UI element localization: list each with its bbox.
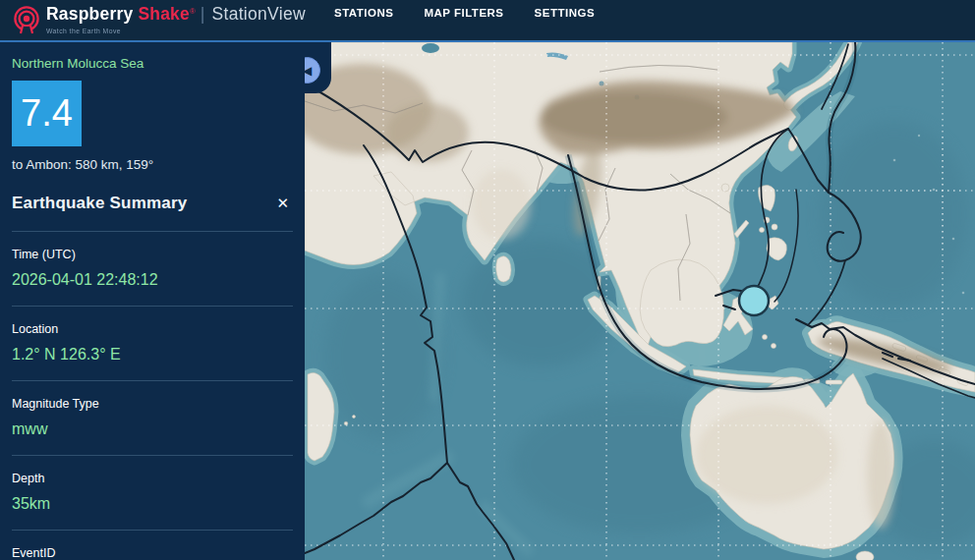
- field-value-magnitude-type: mww: [12, 420, 293, 438]
- product-name: StationView: [212, 5, 306, 24]
- region-name: Northern Molucca Sea: [12, 56, 293, 71]
- brand-word-shake: Shake: [138, 5, 190, 24]
- shake-wave-icon: [13, 5, 40, 38]
- menu-map-filters[interactable]: MAP FILTERS: [424, 7, 503, 19]
- divider: [12, 530, 293, 531]
- field-label-location: Location: [12, 322, 293, 336]
- divider: [12, 306, 293, 307]
- divider: [12, 455, 293, 456]
- divider: [12, 231, 293, 232]
- field-label-time: Time (UTC): [12, 248, 293, 261]
- menu-stations[interactable]: STATIONS: [334, 7, 393, 19]
- magnitude-box: 7.4: [12, 81, 82, 146]
- station-map[interactable]: ◀: [305, 42, 975, 560]
- field-label-magnitude-type: Magnitude Type: [12, 397, 293, 411]
- close-icon[interactable]: ✕: [272, 193, 293, 214]
- field-label-eventid: EventID: [12, 546, 293, 560]
- field-value-location: 1.2° N 126.3° E: [12, 346, 293, 364]
- magnitude-value: 7.4: [21, 92, 73, 135]
- field-label-depth: Depth: [12, 472, 293, 485]
- brand-word-raspberry: Raspberry: [46, 5, 133, 24]
- earthquake-panel: Northern Molucca Sea 7.4 to Ambon: 580 k…: [0, 42, 305, 560]
- panel-title: Earthquake Summary: [12, 194, 187, 213]
- earthquake-epicenter-marker[interactable]: [739, 286, 769, 315]
- menu-settings[interactable]: SETTINGS: [535, 7, 596, 19]
- distance-to-city: to Ambon: 580 km, 159°: [12, 157, 293, 172]
- field-value-time: 2026-04-01 22:48:12: [12, 271, 293, 289]
- brand-logo[interactable]: Raspberry Shake ® | StationView Watch th…: [13, 5, 306, 38]
- top-nav: Raspberry Shake ® | StationView Watch th…: [0, 0, 975, 42]
- brand-tagline: Watch the Earth Move: [46, 28, 306, 34]
- registered-mark: ®: [190, 2, 196, 21]
- brand-separator: |: [201, 5, 205, 24]
- divider: [12, 380, 293, 381]
- field-value-depth: 35km: [12, 495, 293, 513]
- main-menu: STATIONS MAP FILTERS SETTINGS: [334, 0, 595, 26]
